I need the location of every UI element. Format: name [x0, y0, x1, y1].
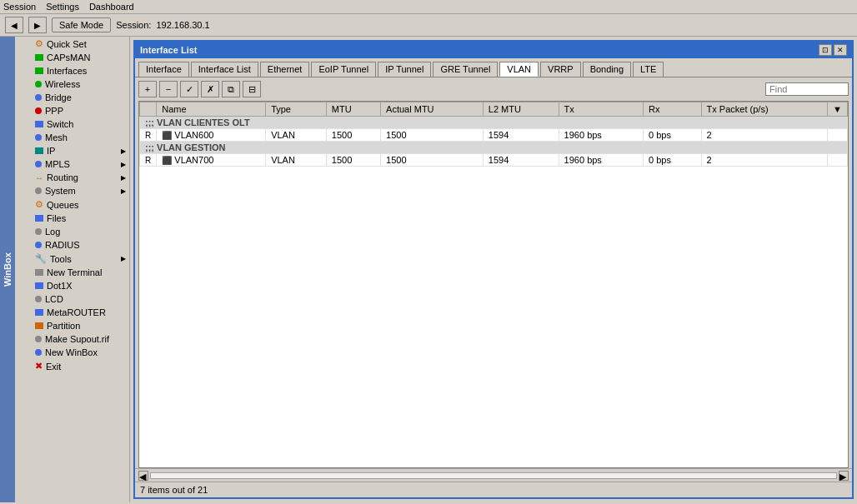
dot1x-icon: [35, 282, 43, 289]
col-name[interactable]: Name: [157, 102, 266, 117]
sidebar-label-system: System: [45, 186, 76, 196]
ppp-icon: [35, 107, 42, 114]
tab-lte[interactable]: LTE: [633, 62, 664, 77]
winbox-strip[interactable]: WinBox: [0, 37, 15, 502]
enable-button[interactable]: ✓: [180, 81, 198, 97]
disable-button[interactable]: ✗: [201, 81, 219, 97]
sidebar-item-mesh[interactable]: Mesh: [15, 131, 129, 144]
sidebar-label-exit: Exit: [46, 362, 61, 372]
lcd-icon: [35, 296, 42, 302]
row-l2-mtu: 1594: [483, 154, 559, 167]
col-extra[interactable]: ▼: [828, 102, 848, 117]
scroll-left-button[interactable]: ◀: [138, 471, 148, 481]
table-row[interactable]: R ⬛ VLAN600 VLAN 1500 1500 1594 1960 bps…: [140, 129, 848, 142]
tab-ip-tunnel[interactable]: IP Tunnel: [378, 62, 431, 77]
window-close-button[interactable]: ✕: [834, 44, 847, 56]
col-flag[interactable]: [140, 102, 157, 117]
tab-vrrp[interactable]: VRRP: [540, 62, 581, 77]
col-l2-mtu[interactable]: L2 MTU: [483, 102, 559, 117]
sidebar-item-files[interactable]: Files: [15, 212, 129, 225]
tab-bonding[interactable]: Bonding: [583, 62, 631, 77]
col-mtu[interactable]: MTU: [326, 102, 380, 117]
row-name: ⬛ VLAN600: [157, 129, 266, 142]
sidebar-item-new-terminal[interactable]: New Terminal: [15, 266, 129, 279]
window-controls: ⊡ ✕: [819, 44, 847, 56]
scrollbar-track[interactable]: [150, 472, 837, 479]
tab-vlan[interactable]: VLAN: [499, 62, 539, 77]
main-layout: WinBox ⚙ Quick Set CAPsMAN Interfaces Wi…: [0, 37, 857, 502]
switch-icon: [35, 121, 43, 127]
sidebar-item-make-supout[interactable]: Make Supout.rif: [15, 332, 129, 346]
col-actual-mtu[interactable]: Actual MTU: [381, 102, 484, 117]
add-button[interactable]: +: [138, 81, 157, 97]
sidebar-item-mpls[interactable]: MPLS: [15, 157, 129, 171]
sidebar-item-tools[interactable]: 🔧 Tools: [15, 252, 129, 266]
sidebar-item-switch[interactable]: Switch: [15, 117, 129, 131]
ip-icon: [35, 147, 43, 154]
copy-button[interactable]: ⧉: [222, 81, 240, 97]
row-type: VLAN: [266, 129, 327, 142]
sidebar-label-log: Log: [45, 227, 60, 237]
back-button[interactable]: ◀: [5, 17, 23, 33]
sidebar-item-bridge[interactable]: Bridge: [15, 91, 129, 104]
forward-button[interactable]: ▶: [28, 17, 47, 33]
sidebar-item-metarouter[interactable]: MetaROUTER: [15, 306, 129, 319]
window-title: Interface List: [140, 45, 197, 55]
table-container[interactable]: Name Type MTU Actual MTU L2 MTU Tx Rx Tx…: [138, 101, 849, 468]
menu-settings[interactable]: Settings: [46, 2, 79, 12]
sidebar-item-new-winbox[interactable]: New WinBox: [15, 346, 129, 359]
sidebar-item-capsman[interactable]: CAPsMAN: [15, 51, 129, 64]
sidebar-label-capsman: CAPsMAN: [47, 52, 91, 62]
tab-interface[interactable]: Interface: [138, 62, 189, 77]
scroll-right-button[interactable]: ▶: [839, 471, 849, 481]
col-tx[interactable]: Tx: [559, 102, 643, 117]
row-l2-mtu: 1594: [483, 129, 559, 142]
col-tx-pps[interactable]: Tx Packet (p/s): [701, 102, 828, 117]
window-resize-button[interactable]: ⊡: [819, 44, 832, 56]
filter-button[interactable]: ⊟: [243, 81, 261, 97]
radius-icon: [35, 242, 42, 248]
sidebar-label-interfaces: Interfaces: [47, 66, 87, 76]
status-bar: 7 items out of 21: [135, 482, 852, 497]
sidebar: ⚙ Quick Set CAPsMAN Interfaces Wireless …: [15, 37, 130, 502]
row-rx: 0 bps: [644, 129, 702, 142]
remove-button[interactable]: −: [159, 81, 178, 97]
sidebar-item-exit[interactable]: ✖ Exit: [15, 359, 129, 373]
search-input[interactable]: [765, 82, 849, 96]
tab-gre-tunnel[interactable]: GRE Tunnel: [433, 62, 498, 77]
sidebar-label-partition: Partition: [47, 321, 80, 331]
scrollbar-horizontal[interactable]: ◀ ▶: [135, 468, 852, 482]
menu-dashboard[interactable]: Dashboard: [89, 2, 134, 12]
sidebar-item-system[interactable]: System: [15, 184, 129, 197]
sidebar-item-queues[interactable]: ⚙ Queues: [15, 197, 129, 212]
sidebar-item-dot1x[interactable]: Dot1X: [15, 279, 129, 292]
sidebar-label-tools: Tools: [50, 254, 72, 264]
menu-bar: Session Settings Dashboard: [0, 0, 857, 14]
row-rx: 0 bps: [644, 154, 702, 167]
tab-ethernet[interactable]: Ethernet: [260, 62, 310, 77]
col-type[interactable]: Type: [266, 102, 327, 117]
terminal-icon: [35, 269, 43, 276]
sidebar-item-ppp[interactable]: PPP: [15, 104, 129, 117]
row-mtu: 1500: [326, 129, 380, 142]
sidebar-item-routing[interactable]: ↔ Routing: [15, 171, 129, 184]
row-type: VLAN: [266, 154, 327, 167]
tab-eoip-tunnel[interactable]: EoIP Tunnel: [311, 62, 376, 77]
col-rx[interactable]: Rx: [644, 102, 702, 117]
tab-bar: Interface Interface List Ethernet EoIP T…: [135, 58, 852, 77]
sidebar-item-wireless[interactable]: Wireless: [15, 77, 129, 91]
sidebar-item-radius[interactable]: RADIUS: [15, 238, 129, 252]
sidebar-item-interfaces[interactable]: Interfaces: [15, 64, 129, 77]
sidebar-item-partition[interactable]: Partition: [15, 319, 129, 332]
tab-interface-list[interactable]: Interface List: [191, 62, 258, 77]
sidebar-item-quickset[interactable]: ⚙ Quick Set: [15, 37, 129, 51]
sidebar-item-lcd[interactable]: LCD: [15, 292, 129, 306]
toolbar: ◀ ▶ Safe Mode Session: 192.168.30.1: [0, 14, 857, 37]
menu-session[interactable]: Session: [3, 2, 36, 12]
table-row[interactable]: R ⬛ VLAN700 VLAN 1500 1500 1594 1960 bps…: [140, 154, 848, 167]
sidebar-item-ip[interactable]: IP: [15, 144, 129, 157]
safe-mode-button[interactable]: Safe Mode: [52, 17, 111, 32]
system-icon: [35, 187, 42, 194]
sidebar-item-log[interactable]: Log: [15, 225, 129, 238]
interface-table: Name Type MTU Actual MTU L2 MTU Tx Rx Tx…: [139, 102, 848, 167]
